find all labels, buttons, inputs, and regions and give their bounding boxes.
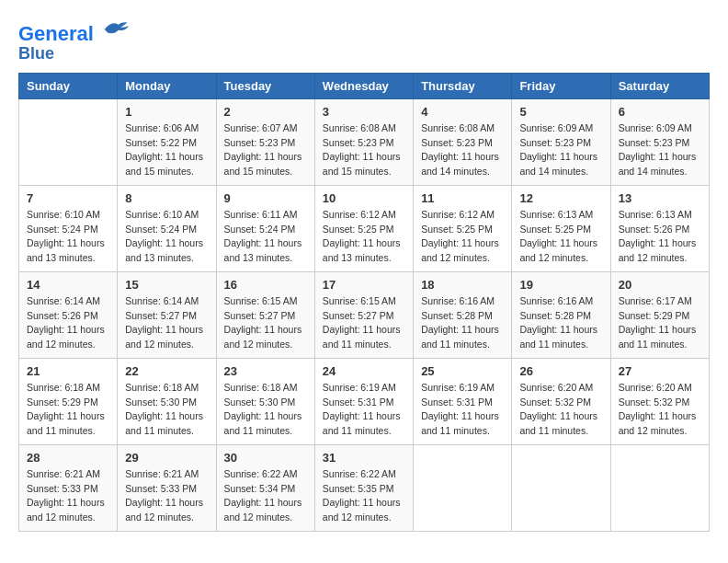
calendar-week-row: 28 Sunrise: 6:21 AMSunset: 5:33 PMDaylig… (19, 444, 710, 531)
calendar-cell: 21 Sunrise: 6:18 AMSunset: 5:29 PMDaylig… (19, 358, 118, 444)
day-number: 20 (619, 278, 701, 292)
page-header: General Blue (18, 18, 710, 63)
calendar-cell: 28 Sunrise: 6:21 AMSunset: 5:33 PMDaylig… (19, 444, 118, 531)
header-tuesday: Tuesday (216, 73, 314, 98)
day-number: 16 (224, 278, 307, 292)
day-info: Sunrise: 6:20 AMSunset: 5:32 PMDaylight:… (519, 381, 602, 439)
day-info: Sunrise: 6:21 AMSunset: 5:33 PMDaylight:… (27, 467, 109, 525)
day-info: Sunrise: 6:13 AMSunset: 5:25 PMDaylight:… (519, 208, 602, 266)
calendar-header-row: SundayMondayTuesdayWednesdayThursdayFrid… (19, 73, 710, 98)
day-info: Sunrise: 6:15 AMSunset: 5:27 PMDaylight:… (224, 294, 307, 352)
calendar-cell: 31 Sunrise: 6:22 AMSunset: 5:35 PMDaylig… (314, 444, 413, 531)
day-info: Sunrise: 6:09 AMSunset: 5:23 PMDaylight:… (519, 121, 602, 179)
calendar-cell: 4 Sunrise: 6:08 AMSunset: 5:23 PMDayligh… (414, 98, 512, 185)
day-info: Sunrise: 6:07 AMSunset: 5:23 PMDaylight:… (224, 121, 307, 179)
calendar-cell: 29 Sunrise: 6:21 AMSunset: 5:33 PMDaylig… (118, 444, 216, 531)
day-number: 2 (224, 105, 307, 119)
header-friday: Friday (512, 73, 610, 98)
day-info: Sunrise: 6:06 AMSunset: 5:22 PMDaylight:… (125, 121, 208, 179)
day-number: 10 (323, 191, 405, 205)
day-info: Sunrise: 6:08 AMSunset: 5:23 PMDaylight:… (323, 121, 405, 179)
day-number: 30 (224, 451, 307, 465)
day-info: Sunrise: 6:16 AMSunset: 5:28 PMDaylight:… (519, 294, 602, 352)
day-number: 18 (421, 278, 504, 292)
calendar-cell: 6 Sunrise: 6:09 AMSunset: 5:23 PMDayligh… (610, 98, 709, 185)
day-number: 14 (27, 278, 109, 292)
day-info: Sunrise: 6:14 AMSunset: 5:26 PMDaylight:… (27, 294, 109, 352)
day-number: 13 (619, 191, 701, 205)
day-info: Sunrise: 6:15 AMSunset: 5:27 PMDaylight:… (323, 294, 405, 352)
logo: General Blue (18, 18, 129, 63)
day-info: Sunrise: 6:22 AMSunset: 5:35 PMDaylight:… (323, 467, 405, 525)
day-info: Sunrise: 6:19 AMSunset: 5:31 PMDaylight:… (421, 381, 504, 439)
calendar-cell: 3 Sunrise: 6:08 AMSunset: 5:23 PMDayligh… (314, 98, 413, 185)
day-info: Sunrise: 6:18 AMSunset: 5:30 PMDaylight:… (224, 381, 307, 439)
day-info: Sunrise: 6:19 AMSunset: 5:31 PMDaylight:… (323, 381, 405, 439)
logo-bird-icon (101, 18, 129, 40)
calendar-week-row: 1 Sunrise: 6:06 AMSunset: 5:22 PMDayligh… (19, 98, 710, 185)
day-info: Sunrise: 6:09 AMSunset: 5:23 PMDaylight:… (619, 121, 701, 179)
day-number: 17 (323, 278, 405, 292)
day-number: 27 (619, 364, 701, 378)
day-number: 23 (224, 364, 307, 378)
day-info: Sunrise: 6:10 AMSunset: 5:24 PMDaylight:… (125, 208, 208, 266)
calendar-cell (414, 444, 512, 531)
calendar-cell: 1 Sunrise: 6:06 AMSunset: 5:22 PMDayligh… (118, 98, 216, 185)
calendar-cell: 26 Sunrise: 6:20 AMSunset: 5:32 PMDaylig… (512, 358, 610, 444)
calendar-cell: 11 Sunrise: 6:12 AMSunset: 5:25 PMDaylig… (414, 185, 512, 271)
day-info: Sunrise: 6:11 AMSunset: 5:24 PMDaylight:… (224, 208, 307, 266)
day-info: Sunrise: 6:21 AMSunset: 5:33 PMDaylight:… (125, 467, 208, 525)
calendar-table: SundayMondayTuesdayWednesdayThursdayFrid… (18, 73, 710, 532)
calendar-cell: 7 Sunrise: 6:10 AMSunset: 5:24 PMDayligh… (19, 185, 118, 271)
day-number: 1 (125, 105, 208, 119)
header-monday: Monday (118, 73, 216, 98)
day-info: Sunrise: 6:22 AMSunset: 5:34 PMDaylight:… (224, 467, 307, 525)
calendar-cell: 17 Sunrise: 6:15 AMSunset: 5:27 PMDaylig… (314, 271, 413, 358)
calendar-cell (512, 444, 610, 531)
header-thursday: Thursday (414, 73, 512, 98)
calendar-cell: 19 Sunrise: 6:16 AMSunset: 5:28 PMDaylig… (512, 271, 610, 358)
logo-text: General (18, 18, 129, 45)
calendar-cell: 2 Sunrise: 6:07 AMSunset: 5:23 PMDayligh… (216, 98, 314, 185)
day-info: Sunrise: 6:10 AMSunset: 5:24 PMDaylight:… (27, 208, 109, 266)
day-number: 19 (519, 278, 602, 292)
day-info: Sunrise: 6:13 AMSunset: 5:26 PMDaylight:… (619, 208, 701, 266)
header-wednesday: Wednesday (314, 73, 413, 98)
day-number: 3 (323, 105, 405, 119)
calendar-cell: 10 Sunrise: 6:12 AMSunset: 5:25 PMDaylig… (314, 185, 413, 271)
day-info: Sunrise: 6:14 AMSunset: 5:27 PMDaylight:… (125, 294, 208, 352)
calendar-week-row: 7 Sunrise: 6:10 AMSunset: 5:24 PMDayligh… (19, 185, 710, 271)
logo-general: General (18, 22, 94, 45)
calendar-cell: 23 Sunrise: 6:18 AMSunset: 5:30 PMDaylig… (216, 358, 314, 444)
day-number: 12 (519, 191, 602, 205)
calendar-cell: 30 Sunrise: 6:22 AMSunset: 5:34 PMDaylig… (216, 444, 314, 531)
calendar-week-row: 14 Sunrise: 6:14 AMSunset: 5:26 PMDaylig… (19, 271, 710, 358)
day-info: Sunrise: 6:16 AMSunset: 5:28 PMDaylight:… (421, 294, 504, 352)
calendar-cell: 15 Sunrise: 6:14 AMSunset: 5:27 PMDaylig… (118, 271, 216, 358)
day-number: 15 (125, 278, 208, 292)
calendar-cell: 22 Sunrise: 6:18 AMSunset: 5:30 PMDaylig… (118, 358, 216, 444)
day-number: 5 (519, 105, 602, 119)
logo-blue: Blue (18, 45, 129, 63)
header-sunday: Sunday (19, 73, 118, 98)
calendar-cell: 5 Sunrise: 6:09 AMSunset: 5:23 PMDayligh… (512, 98, 610, 185)
calendar-cell: 13 Sunrise: 6:13 AMSunset: 5:26 PMDaylig… (610, 185, 709, 271)
day-number: 22 (125, 364, 208, 378)
day-number: 6 (619, 105, 701, 119)
calendar-cell: 12 Sunrise: 6:13 AMSunset: 5:25 PMDaylig… (512, 185, 610, 271)
day-number: 24 (323, 364, 405, 378)
day-number: 26 (519, 364, 602, 378)
calendar-cell: 14 Sunrise: 6:14 AMSunset: 5:26 PMDaylig… (19, 271, 118, 358)
day-info: Sunrise: 6:08 AMSunset: 5:23 PMDaylight:… (421, 121, 504, 179)
calendar-week-row: 21 Sunrise: 6:18 AMSunset: 5:29 PMDaylig… (19, 358, 710, 444)
day-number: 29 (125, 451, 208, 465)
day-number: 11 (421, 191, 504, 205)
calendar-cell: 18 Sunrise: 6:16 AMSunset: 5:28 PMDaylig… (414, 271, 512, 358)
day-info: Sunrise: 6:20 AMSunset: 5:32 PMDaylight:… (619, 381, 701, 439)
day-info: Sunrise: 6:12 AMSunset: 5:25 PMDaylight:… (421, 208, 504, 266)
header-saturday: Saturday (610, 73, 709, 98)
day-number: 9 (224, 191, 307, 205)
day-number: 25 (421, 364, 504, 378)
calendar-cell: 8 Sunrise: 6:10 AMSunset: 5:24 PMDayligh… (118, 185, 216, 271)
calendar-cell: 9 Sunrise: 6:11 AMSunset: 5:24 PMDayligh… (216, 185, 314, 271)
